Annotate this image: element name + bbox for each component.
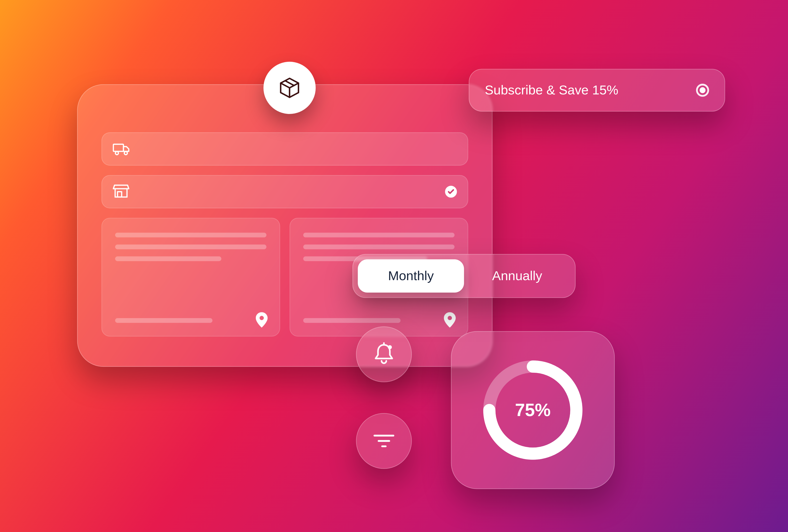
segment-annually[interactable]: Annually xyxy=(464,259,570,293)
svg-point-4 xyxy=(388,345,392,349)
segment-label: Monthly xyxy=(388,268,434,284)
segment-monthly[interactable]: Monthly xyxy=(358,259,464,293)
subscribe-label: Subscribe & Save 15% xyxy=(485,82,618,98)
address-card-1[interactable] xyxy=(101,218,280,336)
svg-point-1 xyxy=(115,152,118,155)
package-icon xyxy=(278,76,301,100)
pin-icon xyxy=(444,312,456,328)
filter-button[interactable] xyxy=(356,413,412,469)
segment-label: Annually xyxy=(492,268,542,284)
billing-toggle[interactable]: Monthly Annually xyxy=(353,254,576,298)
main-card xyxy=(77,84,492,367)
progress-ring: 75% xyxy=(480,358,585,462)
truck-icon xyxy=(113,142,131,156)
store-row[interactable] xyxy=(101,175,468,208)
skeleton-line xyxy=(115,256,221,261)
progress-tile: 75% xyxy=(451,331,615,489)
delivery-row[interactable] xyxy=(101,132,468,165)
radio-selected-icon xyxy=(696,84,709,97)
skeleton-line xyxy=(303,244,455,249)
progress-value: 75% xyxy=(480,358,585,462)
pin-icon xyxy=(256,312,268,328)
filter-icon xyxy=(373,434,395,448)
package-badge xyxy=(263,62,316,114)
subscribe-option[interactable]: Subscribe & Save 15% xyxy=(469,69,725,112)
skeleton-line xyxy=(303,233,455,237)
check-icon xyxy=(445,186,457,198)
svg-point-2 xyxy=(124,152,127,155)
bell-icon xyxy=(372,342,396,367)
svg-rect-0 xyxy=(113,144,123,152)
store-icon xyxy=(113,184,129,199)
svg-rect-3 xyxy=(118,192,122,197)
skeleton-line xyxy=(115,318,213,323)
notifications-button[interactable] xyxy=(356,326,412,382)
skeleton-line xyxy=(303,318,401,323)
skeleton-line xyxy=(115,233,267,237)
skeleton-line xyxy=(115,244,267,249)
